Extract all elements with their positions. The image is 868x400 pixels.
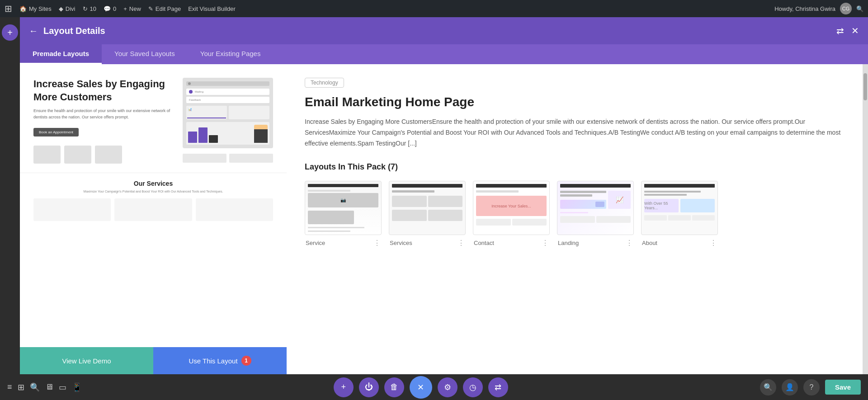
service-card-3 [196,198,273,221]
new-menu[interactable]: + New [123,5,141,12]
mockup-services-title: Our Services [33,180,273,187]
mockup-browser-bar [186,81,269,86]
settings-button[interactable]: ⚙ [438,377,458,397]
admin-greeting: Howdy, Christina Gwira [774,5,835,12]
search-icon: 🔍 [30,382,40,392]
divi-menu[interactable]: ◆ Divi [59,5,75,12]
add-module-button[interactable]: + [334,377,354,397]
avatar[interactable]: CG [840,3,852,14]
thumbnail-label-contact: Contact ⋮ [473,235,550,251]
mockup-form-row-1: Mailing [186,89,269,95]
thumbnail-label-about: About ⋮ [641,235,718,251]
thumbnail-more-about[interactable]: ⋮ [710,239,717,247]
user-button[interactable]: 👤 [782,379,798,395]
thumbnails-grid: 📷 Service [305,181,844,251]
thumbnail-image-contact[interactable]: Increase Your Sales... [473,181,550,235]
tab-premade-layouts[interactable]: Premade Layouts [20,44,102,64]
history-button[interactable]: ◷ [463,377,483,397]
tab-existing-pages[interactable]: Your Existing Pages [188,44,274,64]
thumbnail-landing: 📈 [557,181,634,251]
new-label: New [129,5,141,12]
thumbnail-more-contact[interactable]: ⋮ [542,239,549,247]
comments-icon: 💬 [104,5,111,12]
main-area: ← Layout Details ⇄ ✕ Premade Layouts You… [0,17,868,400]
grid-view-button[interactable]: ⊞ [18,382,24,392]
modal-back-button[interactable]: ← [29,26,38,36]
mobile-view-button[interactable]: 📱 [72,382,82,392]
modal-close-icon[interactable]: ✕ [851,25,859,36]
split-view-button[interactable]: ⇄ [488,377,508,397]
search-button[interactable]: 🔍 [30,382,40,392]
wordpress-icon[interactable]: ⊞ [5,3,12,14]
thumbnail-more-services[interactable]: ⋮ [458,239,465,247]
modal-scrollbar[interactable] [863,64,868,374]
preview-actions: View Live Demo Use This Layout 1 [20,347,287,374]
new-icon: + [123,5,127,12]
mockup-hero-text: Ensure the health and protection of your… [33,108,174,120]
modal-header-actions: ⇄ ✕ [836,25,859,36]
thumbnail-service: 📷 Service [305,181,382,251]
tablet-icon: ▭ [59,382,66,392]
my-sites-menu[interactable]: 🏠 My Sites [19,5,52,12]
my-sites-label: My Sites [29,5,52,12]
modal-split-icon[interactable]: ⇄ [836,25,844,36]
updates-menu[interactable]: ↻ 10 [83,5,96,12]
admin-bar: ⊞ 🏠 My Sites ◆ Divi ↻ 10 💬 0 + New ✎ Edi… [0,0,868,17]
power-button[interactable]: ⏻ [359,377,379,397]
layout-description: Increase Sales by Engaging More Customer… [305,117,844,149]
thumbnail-more-landing[interactable]: ⋮ [626,239,633,247]
question-icon: ? [810,383,814,391]
divi-icon: ◆ [59,5,63,12]
thumbnail-image-services[interactable] [389,181,466,235]
desktop-view-button[interactable]: 🖥 [45,382,53,392]
comments-menu[interactable]: 💬 0 [104,5,116,12]
tablet-view-button[interactable]: ▭ [59,382,66,392]
split-icon: ⇄ [495,382,501,392]
layout-badge: 1 [241,356,251,366]
modal-scrollbar-thumb [863,73,867,100]
close-panel-button[interactable]: ✕ [410,376,432,399]
add-icon: + [341,382,346,392]
preview-mockup: Increase Sales by Engaging More Customer… [20,64,287,347]
divi-label: Divi [66,5,75,12]
save-button[interactable]: Save [825,380,861,395]
bottom-toolbar: ≡ ⊞ 🔍 🖥 ▭ 📱 + ⏻ 🗑 ✕ ⚙ [0,374,868,400]
search-icon[interactable]: 🔍 [856,5,863,12]
mockup-browser: Mailing Feedback 📊 [183,78,273,148]
chart-bar-2 [198,127,208,143]
mockup-hero-right: Mailing Feedback 📊 [183,78,273,164]
gear-icon: ⚙ [444,382,451,392]
mockup-services-subtitle: Maximize Your Campaign's Potential and B… [33,190,273,193]
modal-overlay: ← Layout Details ⇄ ✕ Premade Layouts You… [20,17,868,374]
browser-dot [188,82,191,85]
mockup-services-grid [33,198,273,221]
mockup-hero: Increase Sales by Engaging More Customer… [20,64,287,173]
thumbnail-image-about[interactable]: With Over 55 Years... [641,181,718,235]
add-section-button[interactable]: + [2,24,18,41]
form-icon [189,90,193,94]
modal-header: ← Layout Details ⇄ ✕ [20,17,868,44]
trash-icon: 🗑 [390,382,398,392]
thumbnail-image-landing[interactable]: 📈 [557,181,634,235]
modal-body: Increase Sales by Engaging More Customer… [20,64,868,374]
thumb-img-1: 📷 [308,193,378,207]
form-text: Mailing [195,90,203,93]
mockup-hero-left: Increase Sales by Engaging More Customer… [33,78,174,164]
thumbnail-more-service[interactable]: ⋮ [373,239,381,247]
search-right-button[interactable]: 🔍 [760,379,776,395]
thumbnail-label-services: Services ⋮ [389,235,466,251]
edit-page-menu[interactable]: ✎ Edit Page [148,5,181,12]
mockup-chart [186,122,269,145]
thumbnail-services: Services ⋮ [389,181,466,251]
help-button[interactable]: ? [803,379,820,395]
thumbnail-image-service[interactable]: 📷 [305,181,382,235]
chart-bar-1 [188,132,197,143]
use-this-layout-button[interactable]: Use This Layout 1 [153,347,287,374]
exit-builder-menu[interactable]: Exit Visual Builder [188,5,236,12]
modal-tabs: Premade Layouts Your Saved Layouts Your … [20,44,868,64]
mockup-cta-button: Book an Appointment [33,128,79,136]
hamburger-menu-button[interactable]: ≡ [7,382,12,392]
tab-saved-layouts[interactable]: Your Saved Layouts [102,44,188,64]
delete-button[interactable]: 🗑 [384,377,404,397]
view-live-demo-button[interactable]: View Live Demo [20,347,153,374]
